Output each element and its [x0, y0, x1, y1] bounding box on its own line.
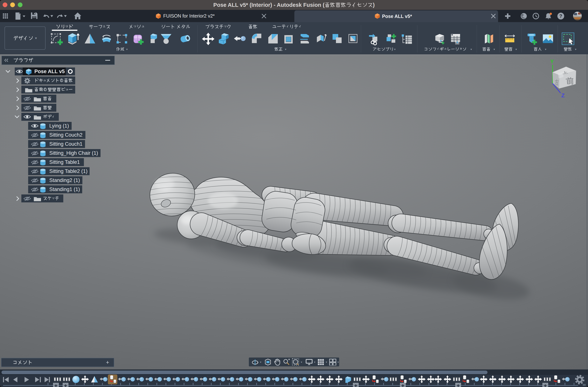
- svg-text:Y: Y: [550, 58, 554, 64]
- svg-text:Z: Z: [561, 92, 565, 98]
